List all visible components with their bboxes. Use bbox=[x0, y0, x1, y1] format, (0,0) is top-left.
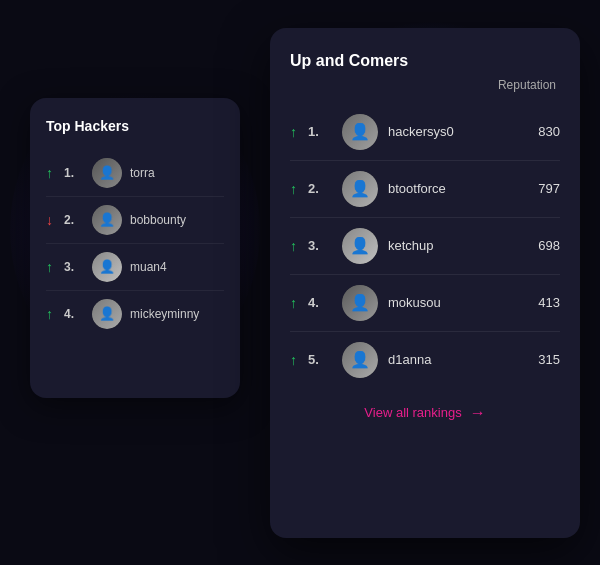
rank-number: 1. bbox=[308, 124, 332, 139]
username: bobbounty bbox=[130, 213, 224, 227]
trend-up-icon: ↑ bbox=[46, 306, 62, 322]
list-item: ↑ 5. 👤 d1anna 315 bbox=[290, 332, 560, 388]
view-all-label: View all rankings bbox=[364, 405, 461, 420]
trend-up-icon: ↑ bbox=[290, 295, 306, 311]
trend-up-icon: ↑ bbox=[46, 259, 62, 275]
avatar-image: 👤 bbox=[342, 285, 378, 321]
trend-down-icon: ↓ bbox=[46, 212, 62, 228]
reputation-score: 797 bbox=[524, 181, 560, 196]
username: torra bbox=[130, 166, 224, 180]
reputation-score: 413 bbox=[524, 295, 560, 310]
reputation-score: 830 bbox=[524, 124, 560, 139]
rank-number: 5. bbox=[308, 352, 332, 367]
avatar: 👤 bbox=[342, 285, 378, 321]
trend-up-icon: ↑ bbox=[290, 238, 306, 254]
avatar-image: 👤 bbox=[342, 342, 378, 378]
trend-up-icon: ↑ bbox=[290, 124, 306, 140]
rank-number: 4. bbox=[64, 307, 84, 321]
avatar: 👤 bbox=[342, 114, 378, 150]
reputation-score: 315 bbox=[524, 352, 560, 367]
trend-up-icon: ↑ bbox=[46, 165, 62, 181]
username: mickeyminny bbox=[130, 307, 224, 321]
list-item: ↑ 3. 👤 ketchup 698 bbox=[290, 218, 560, 275]
back-hacker-list: ↑ 1. 👤 torra ↓ 2. 👤 bobbounty ↑ 3. 👤 bbox=[46, 150, 224, 337]
list-item: ↑ 3. 👤 muan4 bbox=[46, 244, 224, 291]
username: btootforce bbox=[388, 181, 524, 196]
username: ketchup bbox=[388, 238, 524, 253]
avatar-image: 👤 bbox=[92, 158, 122, 188]
list-item: ↑ 1. 👤 hackersys0 830 bbox=[290, 104, 560, 161]
username: muan4 bbox=[130, 260, 224, 274]
list-item: ↑ 4. 👤 mokusou 413 bbox=[290, 275, 560, 332]
reputation-header: Reputation bbox=[290, 78, 560, 92]
avatar: 👤 bbox=[342, 171, 378, 207]
rank-number: 2. bbox=[308, 181, 332, 196]
avatar-image: 👤 bbox=[92, 299, 122, 329]
avatar: 👤 bbox=[92, 158, 122, 188]
avatar: 👤 bbox=[92, 299, 122, 329]
arrow-right-icon: → bbox=[470, 404, 486, 422]
rank-number: 4. bbox=[308, 295, 332, 310]
avatar-image: 👤 bbox=[92, 252, 122, 282]
view-all-rankings-link[interactable]: View all rankings → bbox=[290, 404, 560, 422]
rank-number: 2. bbox=[64, 213, 84, 227]
list-item: ↓ 2. 👤 bobbounty bbox=[46, 197, 224, 244]
list-item: ↑ 4. 👤 mickeyminny bbox=[46, 291, 224, 337]
avatar-image: 👤 bbox=[342, 171, 378, 207]
rank-number: 3. bbox=[64, 260, 84, 274]
trend-up-icon: ↑ bbox=[290, 352, 306, 368]
username: hackersys0 bbox=[388, 124, 524, 139]
scene: Top Hackers ↑ 1. 👤 torra ↓ 2. 👤 bobbount… bbox=[20, 18, 580, 548]
reputation-score: 698 bbox=[524, 238, 560, 253]
avatar-image: 👤 bbox=[342, 228, 378, 264]
avatar: 👤 bbox=[342, 228, 378, 264]
front-hacker-list: ↑ 1. 👤 hackersys0 830 ↑ 2. 👤 btootforce … bbox=[290, 104, 560, 388]
list-item: ↑ 2. 👤 btootforce 797 bbox=[290, 161, 560, 218]
rank-number: 3. bbox=[308, 238, 332, 253]
username: mokusou bbox=[388, 295, 524, 310]
avatar-image: 👤 bbox=[342, 114, 378, 150]
avatar: 👤 bbox=[92, 205, 122, 235]
list-item: ↑ 1. 👤 torra bbox=[46, 150, 224, 197]
top-hackers-card: Top Hackers ↑ 1. 👤 torra ↓ 2. 👤 bobbount… bbox=[30, 98, 240, 398]
trend-up-icon: ↑ bbox=[290, 181, 306, 197]
username: d1anna bbox=[388, 352, 524, 367]
front-card-title: Up and Comers bbox=[290, 52, 560, 70]
up-and-comers-card: Up and Comers Reputation ↑ 1. 👤 hackersy… bbox=[270, 28, 580, 538]
rank-number: 1. bbox=[64, 166, 84, 180]
avatar: 👤 bbox=[342, 342, 378, 378]
avatar-image: 👤 bbox=[92, 205, 122, 235]
back-card-title: Top Hackers bbox=[46, 118, 224, 134]
avatar: 👤 bbox=[92, 252, 122, 282]
